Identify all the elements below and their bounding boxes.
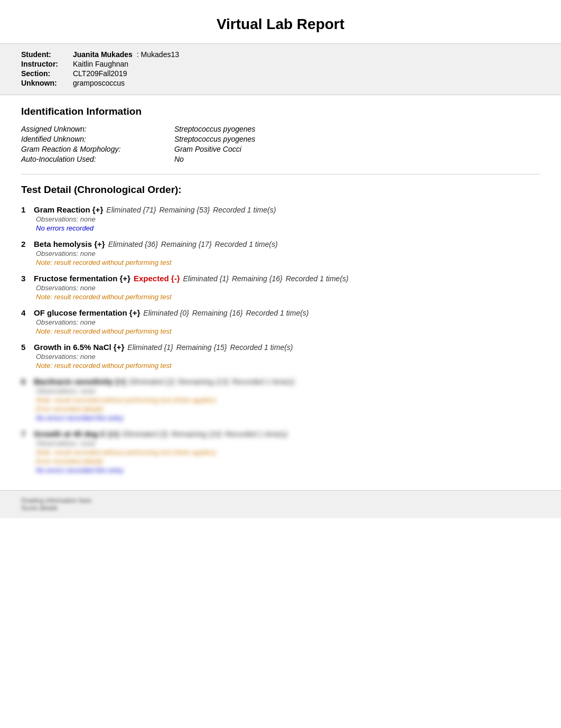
identified-unknown-row: Identified Unknown: Streptococcus pyogen…: [21, 135, 540, 143]
assigned-unknown-row: Assigned Unknown: Streptococcus pyogenes: [21, 125, 540, 133]
test-4-note: Note: result recorded without performing…: [21, 327, 540, 335]
test-1-name: Gram Reaction {+}: [34, 205, 103, 214]
test-3-expected: Expected {-}: [134, 274, 180, 283]
test-2-note: Note: result recorded without performing…: [21, 259, 540, 266]
test-1-observations: Observations: none: [21, 215, 540, 223]
student-id: : Mukades13: [137, 50, 179, 59]
identification-section: Identification Information Assigned Unkn…: [0, 106, 561, 474]
test-1-eliminated: Eliminated {71}: [106, 206, 156, 214]
test-3-note: Note: result recorded without performing…: [21, 293, 540, 301]
gram-reaction-value: Gram Positive Cocci: [174, 145, 241, 153]
test-5-number: 5: [21, 343, 31, 352]
test-2-name: Beta hemolysis {+}: [34, 239, 105, 248]
test-item-2: 2 Beta hemolysis {+} Eliminated {36} Rem…: [21, 239, 540, 266]
identified-unknown-label: Identified Unknown:: [21, 135, 169, 143]
test-7-note3: No errors recorded this entry: [21, 466, 540, 474]
instructor-value: Kaitlin Faughnan: [73, 60, 128, 68]
test-1-recorded: Recorded 1 time(s): [213, 206, 276, 214]
test-5-remaining: Remaining {15}: [176, 343, 227, 352]
test-4-row: 4 OF glucose fermentation {+} Eliminated…: [21, 308, 540, 317]
test-4-number: 4: [21, 308, 31, 317]
test-item-7-blurred: 7 Growth at 45 deg C {+} Eliminated {3} …: [21, 429, 540, 474]
unknown-row: Unknown: gramposcoccus: [21, 79, 540, 87]
unknown-value: gramposcoccus: [73, 79, 125, 87]
student-row: Student: Juanita Mukades : Mukades13: [21, 50, 540, 59]
test-3-observations: Observations: none: [21, 284, 540, 292]
test-2-recorded: Recorded 1 time(s): [215, 240, 278, 248]
test-item-4: 4 OF glucose fermentation {+} Eliminated…: [21, 308, 540, 335]
test-6-observations: Observations: none: [21, 387, 540, 395]
test-3-row: 3 Fructose fermentation {+} Expected {-}…: [21, 274, 540, 283]
test-6-row: 6 Bacitracin sensitivity {+} Eliminated …: [21, 377, 540, 386]
test-7-recorded: Recorded 1 time(s): [225, 430, 287, 438]
test-7-row: 7 Growth at 45 deg C {+} Eliminated {3} …: [21, 429, 540, 438]
student-label: Student:: [21, 50, 69, 59]
auto-inoculation-label: Auto-Inoculation Used:: [21, 155, 169, 163]
test-5-row: 5 Growth in 6.5% NaCl {+} Eliminated {1}…: [21, 343, 540, 352]
test-7-note2: Error recorded (detail): [21, 457, 540, 465]
section-row: Section: CLT209Fall2019: [21, 69, 540, 78]
test-item-6-blurred: 6 Bacitracin sensitivity {+} Eliminated …: [21, 377, 540, 422]
assigned-unknown-label: Assigned Unknown:: [21, 125, 169, 133]
assigned-unknown-value: Streptococcus pyogenes: [174, 125, 255, 133]
identified-unknown-value: Streptococcus pyogenes: [174, 135, 255, 143]
gram-reaction-row: Gram Reaction & Morphology: Gram Positiv…: [21, 145, 540, 153]
test-6-note2: Error recorded (detail): [21, 405, 540, 413]
header-section: Student: Juanita Mukades : Mukades13 Ins…: [0, 43, 561, 95]
test-4-remaining: Remaining {16}: [192, 309, 243, 317]
auto-inoculation-value: No: [174, 155, 184, 163]
test-7-name: Growth at 45 deg C {+}: [34, 429, 119, 438]
section-divider: [21, 174, 540, 174]
test-1-remaining: Remaining {53}: [160, 206, 210, 214]
test-item-5: 5 Growth in 6.5% NaCl {+} Eliminated {1}…: [21, 343, 540, 370]
test-2-remaining: Remaining {17}: [161, 240, 212, 248]
footer-line1: Grading information here: [21, 497, 540, 504]
test-6-eliminated: Eliminated {2}: [129, 377, 175, 386]
instructor-row: Instructor: Kaitlin Faughnan: [21, 60, 540, 68]
test-4-eliminated: Eliminated {0}: [143, 309, 189, 317]
section-value: CLT209Fall2019: [73, 69, 127, 78]
identification-title: Identification Information: [21, 106, 540, 117]
section-label: Section:: [21, 69, 69, 78]
test-7-observations: Observations: none: [21, 439, 540, 447]
page-title: Virtual Lab Report: [0, 0, 561, 43]
test-4-observations: Observations: none: [21, 318, 540, 326]
page: Virtual Lab Report Student: Juanita Muka…: [0, 0, 561, 728]
test-7-note1: Note: result recorded without performing…: [21, 448, 540, 456]
test-7-remaining: Remaining {10}: [171, 430, 222, 438]
instructor-label: Instructor:: [21, 60, 69, 68]
test-item-3: 3 Fructose fermentation {+} Expected {-}…: [21, 274, 540, 301]
test-6-name: Bacitracin sensitivity {+}: [34, 377, 126, 386]
test-item-1: 1 Gram Reaction {+} Eliminated {71} Rema…: [21, 205, 540, 232]
test-6-note1: Note: result recorded without performing…: [21, 396, 540, 404]
test-detail-title: Test Detail (Chronological Order):: [21, 184, 540, 196]
unknown-label: Unknown:: [21, 79, 69, 87]
test-2-row: 2 Beta hemolysis {+} Eliminated {36} Rem…: [21, 239, 540, 248]
test-5-observations: Observations: none: [21, 353, 540, 361]
test-5-recorded: Recorded 1 time(s): [230, 343, 293, 352]
test-2-number: 2: [21, 239, 31, 248]
test-7-eliminated: Eliminated {3}: [122, 430, 167, 438]
test-5-name: Growth in 6.5% NaCl {+}: [34, 343, 124, 352]
gram-reaction-label: Gram Reaction & Morphology:: [21, 145, 169, 153]
footer-content: Grading information here Score details: [21, 497, 540, 512]
test-6-number: 6: [21, 377, 31, 386]
test-2-observations: Observations: none: [21, 250, 540, 257]
identification-table: Assigned Unknown: Streptococcus pyogenes…: [21, 125, 540, 163]
test-5-note: Note: result recorded without performing…: [21, 362, 540, 370]
test-6-remaining: Remaining {13}: [178, 377, 229, 386]
test-6-recorded: Recorded 1 time(s): [232, 377, 295, 386]
test-4-name: OF glucose fermentation {+}: [34, 308, 140, 317]
test-3-number: 3: [21, 274, 31, 283]
test-3-eliminated: Eliminated {1}: [183, 274, 229, 283]
test-2-eliminated: Eliminated {36}: [108, 240, 158, 248]
test-1-number: 1: [21, 205, 31, 214]
test-3-recorded: Recorded 1 time(s): [286, 274, 349, 283]
test-6-note3: No errors recorded this entry: [21, 414, 540, 422]
student-name: Juanita Mukades: [73, 50, 133, 59]
test-1-note: No errors recorded: [21, 224, 540, 232]
test-4-recorded: Recorded 1 time(s): [246, 309, 308, 317]
test-7-number: 7: [21, 429, 31, 438]
test-5-eliminated: Eliminated {1}: [127, 343, 173, 352]
footer-section: Grading information here Score details: [0, 490, 561, 518]
